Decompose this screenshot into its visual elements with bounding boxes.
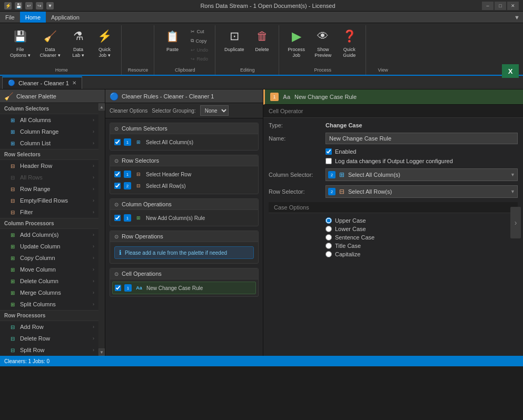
- menu-home[interactable]: Home: [20, 12, 46, 23]
- enabled-checkbox[interactable]: [325, 148, 332, 155]
- minimize-button[interactable]: –: [482, 2, 494, 10]
- palette-item-column-list[interactable]: ⊞ Column List ›: [0, 137, 98, 149]
- sentence-case-radio[interactable]: [325, 234, 332, 241]
- quick-access-1[interactable]: 💾: [15, 2, 22, 9]
- quick-guide-icon: ❓: [341, 28, 358, 45]
- redo-button[interactable]: ↪ Redo: [188, 55, 211, 63]
- palette-scroll[interactable]: Column Selectors ⊞ All Columns › ⊞ Colum…: [0, 103, 98, 356]
- excel-export-button[interactable]: X: [502, 64, 519, 78]
- capitalize-radio[interactable]: [325, 251, 332, 257]
- column-selector-select[interactable]: 2 ⊞ Select All Column(s) ▼: [325, 168, 518, 181]
- radio-capitalize[interactable]: Capitalize: [325, 251, 518, 257]
- log-changes-checkbox[interactable]: [325, 158, 332, 164]
- radio-sentence-case[interactable]: Sentence Case: [325, 234, 518, 241]
- palette-item-column-range[interactable]: ⊞ Column Range ›: [0, 126, 98, 137]
- name-input[interactable]: [325, 133, 518, 144]
- quick-job-button[interactable]: ⚡ QuickJob ▾: [93, 25, 117, 65]
- tab-cleaner1[interactable]: 🔵 Cleaner - Cleaner 1 ✕: [2, 76, 82, 89]
- rule-item-select-header[interactable]: 1 ⊟ Select Header Row: [112, 168, 256, 180]
- show-preview-button[interactable]: 👁 ShowPreview: [311, 25, 335, 65]
- tab-close-button[interactable]: ✕: [72, 80, 76, 86]
- palette-item-split-row[interactable]: ⊟ Split Row ›: [0, 344, 98, 356]
- palette-item-split-columns[interactable]: ⊞ Split Columns ›: [0, 298, 98, 310]
- select-all-rows-icon: ⊟: [134, 182, 143, 190]
- palette-scrollbar[interactable]: ▲ ▼: [98, 103, 105, 356]
- maximize-button[interactable]: □: [495, 2, 506, 10]
- change-case-checkbox[interactable]: [115, 285, 121, 291]
- rule-section-column-selectors-header[interactable]: ⊙ Column Selectors: [110, 123, 258, 134]
- process-job-icon: ▶: [288, 28, 305, 45]
- cut-button[interactable]: ✂ Cut: [188, 27, 211, 36]
- undo-button[interactable]: ↩ Undo: [188, 46, 211, 54]
- palette-item-add-columns[interactable]: ⊞ Add Column(s) ›: [0, 229, 98, 241]
- quick-access-3[interactable]: ↪: [36, 2, 43, 9]
- next-arrow-icon[interactable]: ›: [510, 207, 521, 238]
- palette-item-row-range[interactable]: ⊟ Row Range ›: [0, 183, 98, 195]
- upper-case-radio[interactable]: [325, 217, 332, 224]
- data-lab-button[interactable]: ⚗ DataLab ▾: [66, 25, 91, 65]
- type-value: Change Case: [325, 122, 362, 128]
- menu-file[interactable]: File: [0, 12, 20, 23]
- log-changes-checkbox-row: Log data changes if Output Logger config…: [269, 158, 518, 164]
- palette-item-filter[interactable]: ⊟ Filter ›: [0, 206, 98, 218]
- quick-guide-button[interactable]: ❓ QuickGuide: [337, 25, 361, 65]
- copy-button[interactable]: ⧉ Copy: [188, 36, 211, 45]
- quick-access-customize[interactable]: ▼: [46, 2, 54, 9]
- resource-group-label: Resource: [128, 65, 149, 73]
- add-cols-rule-checkbox[interactable]: [114, 215, 121, 221]
- palette-scroll-up[interactable]: ▲: [98, 103, 105, 111]
- rule-section-row-ops-header[interactable]: ⊙ Row Operations: [110, 231, 258, 242]
- selector-grouping-select[interactable]: None AND OR: [200, 105, 229, 116]
- column-list-icon: ⊞: [8, 139, 17, 147]
- redo-icon: ↪: [191, 56, 195, 62]
- rule-item-select-all-rows[interactable]: 2 ⊟ Select All Row(s): [112, 180, 256, 192]
- empty-filled-label: Empty/Filled Rows: [20, 197, 68, 204]
- process-job-button[interactable]: ▶ ProcessJob: [284, 25, 309, 65]
- row-selector-select[interactable]: 2 ⊟ Select All Row(s) ▼: [325, 185, 518, 198]
- palette-item-move-column[interactable]: ⊞ Move Column ›: [0, 264, 98, 275]
- rule-item-select-all-cols[interactable]: 1 ⊞ Select All Column(s): [112, 136, 256, 148]
- palette-item-empty-filled[interactable]: ⊟ Empty/Filled Rows ›: [0, 195, 98, 206]
- rules-panel: 🔵 Cleaner Rules - Cleaner - Cleaner 1 Cl…: [105, 89, 263, 356]
- select-all-rows-checkbox[interactable]: [114, 183, 121, 189]
- data-cleaner-button[interactable]: 🧹 DataCleaner ▾: [36, 25, 64, 65]
- detail-nav-arrow[interactable]: ›: [510, 207, 521, 238]
- row-sel-value: Select All Row(s): [348, 188, 508, 195]
- radio-lower-case[interactable]: Lower Case: [325, 226, 518, 232]
- tab-icon: 🔵: [8, 79, 15, 86]
- radio-title-case[interactable]: Title Case: [325, 243, 518, 249]
- menu-application[interactable]: Application: [46, 12, 85, 23]
- select-all-cols-checkbox[interactable]: [114, 139, 121, 145]
- rules-content[interactable]: ⊙ Column Selectors 1 ⊞ Select All Column…: [105, 118, 263, 356]
- rule-item-add-cols-rule[interactable]: 1 ⊞ New Add Column(s) Rule: [112, 212, 256, 224]
- palette-item-update-column[interactable]: ⊞ Update Column ›: [0, 241, 98, 252]
- palette-item-merge-columns[interactable]: ⊞ Merge Columns ›: [0, 287, 98, 298]
- palette-item-all-columns[interactable]: ⊞ All Columns ›: [0, 114, 98, 126]
- close-button[interactable]: ✕: [507, 2, 519, 10]
- menu-overflow[interactable]: ▼: [511, 13, 523, 22]
- upper-case-label: Upper Case: [335, 217, 366, 224]
- file-options-button[interactable]: 💾 FileOptions ▾: [6, 25, 34, 65]
- copy-label: Copy: [196, 38, 207, 44]
- select-all-cols-badge: 1: [124, 138, 131, 146]
- radio-upper-case[interactable]: Upper Case: [325, 217, 518, 224]
- lower-case-radio[interactable]: [325, 226, 332, 232]
- select-header-checkbox[interactable]: [114, 171, 121, 177]
- palette-item-delete-column[interactable]: ⊞ Delete Column ›: [0, 275, 98, 287]
- delete-button[interactable]: 🗑 Delete: [250, 25, 274, 65]
- rule-section-row-selectors-header[interactable]: ⊙ Row Selectors: [110, 155, 258, 166]
- ribbon-group-process: ▶ ProcessJob 👁 ShowPreview ❓ QuickGuide …: [280, 25, 367, 75]
- paste-button[interactable]: 📋 Paste: [160, 25, 186, 65]
- quick-access-2[interactable]: ↩: [25, 2, 33, 9]
- palette-section-row-selectors: Row Selectors: [0, 149, 98, 160]
- duplicate-button[interactable]: ⊡ Duplicate: [221, 25, 248, 65]
- rule-section-col-ops-header[interactable]: ⊙ Column Operations: [110, 199, 258, 210]
- title-case-radio[interactable]: [325, 243, 332, 249]
- palette-item-add-row[interactable]: ⊟ Add Row ›: [0, 321, 98, 333]
- palette-item-header-row[interactable]: ⊟ Header Row ›: [0, 160, 98, 172]
- palette-item-delete-row[interactable]: ⊟ Delete Row ›: [0, 333, 98, 344]
- palette-scroll-down[interactable]: ▼: [98, 348, 105, 356]
- rule-item-change-case[interactable]: 1 Aa New Change Case Rule: [112, 282, 256, 294]
- rule-section-cell-ops-header[interactable]: ⊙ Cell Operations: [110, 268, 258, 279]
- palette-item-copy-column[interactable]: ⊞ Copy Column ›: [0, 252, 98, 264]
